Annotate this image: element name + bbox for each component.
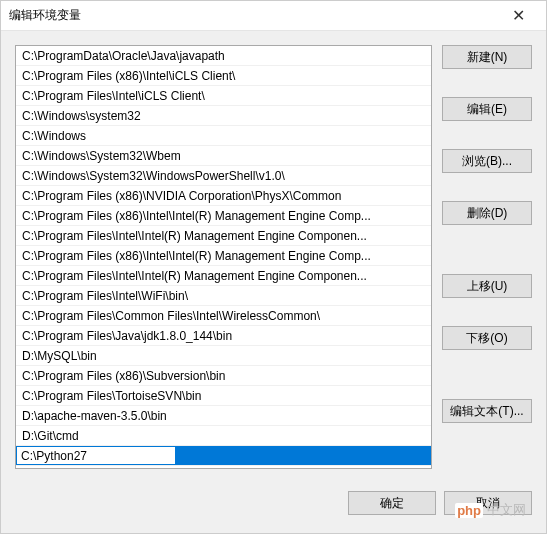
list-item[interactable]: D:\Git\cmd [16,426,431,446]
list-panel: C:\ProgramData\Oracle\Java\javapathC:\Pr… [15,45,432,469]
ok-button[interactable]: 确定 [348,491,436,515]
list-item[interactable]: C:\Program Files\Intel\Intel(R) Manageme… [16,226,431,246]
content-area: C:\ProgramData\Oracle\Java\javapathC:\Pr… [1,31,546,483]
list-item[interactable]: D:\apache-maven-3.5.0\bin [16,406,431,426]
list-item[interactable]: C:\Program Files\Intel\iCLS Client\ [16,86,431,106]
list-item[interactable]: C:\Program Files (x86)\Subversion\bin [16,366,431,386]
cancel-button[interactable]: 取消 [444,491,532,515]
move-down-button[interactable]: 下移(O) [442,326,532,350]
list-item[interactable]: C:\Program Files\Common Files\Intel\Wire… [16,306,431,326]
path-listbox[interactable]: C:\ProgramData\Oracle\Java\javapathC:\Pr… [15,45,432,469]
list-item[interactable]: C:\Program Files (x86)\Intel\iCLS Client… [16,66,431,86]
list-item-editing[interactable] [16,446,431,466]
list-item[interactable]: C:\ProgramData\Oracle\Java\javapath [16,46,431,66]
close-button[interactable]: ✕ [498,2,538,30]
list-item[interactable]: C:\Program Files\Intel\WiFi\bin\ [16,286,431,306]
browse-button[interactable]: 浏览(B)... [442,149,532,173]
titlebar: 编辑环境变量 ✕ [1,1,546,31]
list-item[interactable]: C:\Windows\System32\Wbem [16,146,431,166]
list-item[interactable]: C:\Windows\System32\WindowsPowerShell\v1… [16,166,431,186]
window-title: 编辑环境变量 [9,7,81,24]
new-button[interactable]: 新建(N) [442,45,532,69]
dialog-window: 编辑环境变量 ✕ C:\ProgramData\Oracle\Java\java… [0,0,547,534]
list-item[interactable]: C:\Program Files\Java\jdk1.8.0_144\bin [16,326,431,346]
edit-button[interactable]: 编辑(E) [442,97,532,121]
list-item[interactable]: C:\Program Files\Intel\Intel(R) Manageme… [16,266,431,286]
delete-button[interactable]: 删除(D) [442,201,532,225]
footer: 确定 取消 php 中文网 [1,483,546,533]
path-edit-input[interactable] [16,446,176,465]
close-icon: ✕ [512,6,525,25]
list-item[interactable]: C:\Program Files (x86)\Intel\Intel(R) Ma… [16,206,431,226]
list-item[interactable]: C:\Windows\system32 [16,106,431,126]
list-item[interactable]: C:\Windows [16,126,431,146]
move-up-button[interactable]: 上移(U) [442,274,532,298]
list-item[interactable]: D:\MySQL\bin [16,346,431,366]
list-item[interactable]: C:\Program Files (x86)\Intel\Intel(R) Ma… [16,246,431,266]
selection-highlight [176,446,431,465]
list-item[interactable]: C:\Program Files (x86)\NVIDIA Corporatio… [16,186,431,206]
edit-text-button[interactable]: 编辑文本(T)... [442,399,532,423]
button-sidebar: 新建(N) 编辑(E) 浏览(B)... 删除(D) 上移(U) 下移(O) 编… [442,45,532,469]
list-item[interactable]: C:\Program Files\TortoiseSVN\bin [16,386,431,406]
